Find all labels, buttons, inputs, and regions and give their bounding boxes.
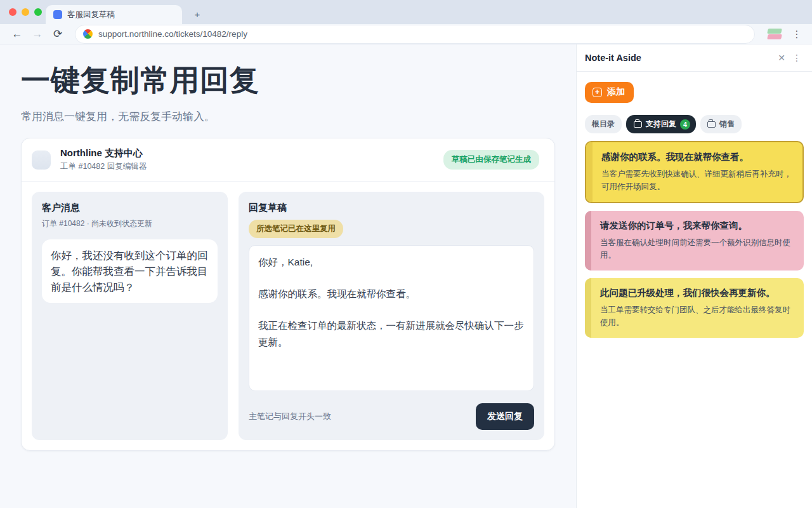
window-minimize-button[interactable]: [22, 8, 29, 16]
reply-draft-panel: 回复草稿 所选笔记已在这里复用 你好，Katie, 感谢你的联系。我现在就帮你查…: [239, 192, 544, 440]
add-note-button[interactable]: + 添加: [585, 82, 634, 103]
reply-editor-card: Northline 支持中心 工单 #10482 回复编辑器 草稿已由保存笔记生…: [21, 138, 555, 451]
add-note-label: 添加: [607, 86, 625, 98]
site-favicon-icon: [81, 27, 95, 41]
note-reused-badge: 所选笔记已在这里复用: [249, 220, 343, 238]
tab-title: 客服回复草稿: [67, 10, 115, 20]
url-text: support.northline.co/tickets/10482/reply: [98, 29, 247, 39]
page-title: 一键复制常用回复: [21, 61, 555, 100]
plus-icon: +: [593, 88, 602, 97]
customer-message-panel: 客户消息 订单 #10482 · 尚未收到状态更新 你好，我还没有收到这个订单的…: [32, 192, 228, 440]
org-name: Northline 支持中心: [60, 147, 147, 159]
note-card[interactable]: 请发送你的订单号，我来帮你查询。 当客服在确认处理时间前还需要一个额外识别信息时…: [585, 211, 804, 271]
customer-panel-meta: 订单 #10482 · 尚未收到状态更新: [42, 218, 218, 229]
reply-draft-textarea[interactable]: 你好，Katie, 感谢你的联系。我现在就帮你查看。 我正在检查订单的最新状态，…: [249, 245, 534, 391]
browser-toolbar: ← → ⟳ support.northline.co/tickets/10482…: [0, 24, 812, 44]
back-icon[interactable]: ←: [9, 26, 25, 43]
extension-note-green: [767, 29, 782, 34]
note-body: 当工单需要转交给专门团队、之后才能给出最终答复时使用。: [600, 304, 794, 329]
note-color-strip: [585, 278, 591, 338]
note-body: 当客服在确认处理时间前还需要一个额外识别信息时使用。: [600, 236, 794, 262]
close-icon[interactable]: ✕: [775, 53, 788, 63]
note-card-selected[interactable]: 感谢你的联系。我现在就帮你查看。 当客户需要先收到快速确认、详细更新稍后再补充时…: [585, 141, 804, 203]
note-it-aside-panel: Note-it Aside ✕ ⋮ + 添加 根目录 支持回复 4: [576, 44, 812, 508]
draft-sync-note: 主笔记与回复开头一致: [249, 411, 331, 422]
org-meta: Northline 支持中心 工单 #10482 回复编辑器: [60, 147, 147, 172]
main-content: 一键复制常用回复 常用消息一键复用，无需反复手动输入。 Northline 支持…: [0, 44, 576, 508]
note-card[interactable]: 此问题已升级处理，我们很快会再更新你。 当工单需要转交给专门团队、之后才能给出最…: [585, 278, 804, 338]
note-title: 感谢你的联系。我现在就帮你查看。: [601, 151, 792, 163]
editor-card-header: Northline 支持中心 工单 #10482 回复编辑器 草稿已由保存笔记生…: [22, 138, 554, 182]
note-title: 请发送你的订单号，我来帮你查询。: [600, 220, 794, 232]
aside-menu-icon[interactable]: ⋮: [792, 53, 802, 63]
browser-menu-icon[interactable]: ⋮: [790, 27, 803, 42]
address-bar[interactable]: support.northline.co/tickets/10482/reply: [75, 25, 755, 44]
org-avatar: [32, 150, 51, 170]
window-zoom-button[interactable]: [34, 8, 42, 16]
reload-icon[interactable]: ⟳: [49, 26, 66, 43]
chip-support-label: 支持回复: [646, 119, 676, 130]
chip-root-label: 根目录: [592, 119, 615, 130]
ticket-label: 工单 #10482 回复编辑器: [60, 161, 147, 172]
customer-panel-title: 客户消息: [42, 202, 218, 214]
tab-favicon-icon: [53, 10, 62, 19]
folder-chips: 根目录 支持回复 4 销售: [585, 115, 804, 133]
note-title: 此问题已升级处理，我们很快会再更新你。: [600, 287, 794, 299]
note-color-strip: [585, 211, 591, 271]
new-tab-button[interactable]: +: [188, 5, 206, 23]
editor-card-body: 客户消息 订单 #10482 · 尚未收到状态更新 你好，我还没有收到这个订单的…: [22, 182, 554, 450]
chip-support-replies[interactable]: 支持回复 4: [626, 115, 696, 133]
note-count-badge: 4: [680, 119, 690, 130]
aside-body: + 添加 根目录 支持回复 4 销售 感谢你的联系。我现在: [577, 72, 812, 348]
chip-sales[interactable]: 销售: [700, 115, 742, 133]
browser-tab[interactable]: 客服回复草稿: [46, 5, 182, 24]
note-it-extension-icon[interactable]: [768, 28, 783, 41]
customer-message-bubble: 你好，我还没有收到这个订单的回复。你能帮我查看一下并告诉我目前是什么情况吗？: [42, 239, 218, 303]
browser-tab-strip: 客服回复草稿 +: [0, 0, 812, 24]
aside-title: Note-it Aside: [585, 53, 641, 63]
draft-generated-badge: 草稿已由保存笔记生成: [443, 150, 539, 170]
aside-header: Note-it Aside ✕ ⋮: [577, 44, 812, 72]
window-controls: [9, 8, 42, 16]
reply-panel-title: 回复草稿: [249, 202, 534, 214]
reply-panel-footer: 主笔记与回复开头一致 发送回复: [249, 403, 534, 430]
extension-note-pink: [767, 34, 782, 39]
forward-icon[interactable]: →: [29, 26, 46, 43]
note-color-strip: [586, 142, 593, 202]
folder-icon: [634, 121, 642, 128]
folder-icon: [707, 121, 716, 128]
send-reply-button[interactable]: 发送回复: [476, 403, 534, 430]
chip-sales-label: 销售: [719, 119, 735, 130]
page-body: 一键复制常用回复 常用消息一键复用，无需反复手动输入。 Northline 支持…: [0, 44, 812, 508]
chip-root-folder[interactable]: 根目录: [585, 115, 622, 133]
note-body: 当客户需要先收到快速确认、详细更新稍后再补充时，可用作开场回复。: [601, 168, 792, 193]
page-subtitle: 常用消息一键复用，无需反复手动输入。: [21, 109, 555, 124]
window-close-button[interactable]: [9, 8, 16, 16]
